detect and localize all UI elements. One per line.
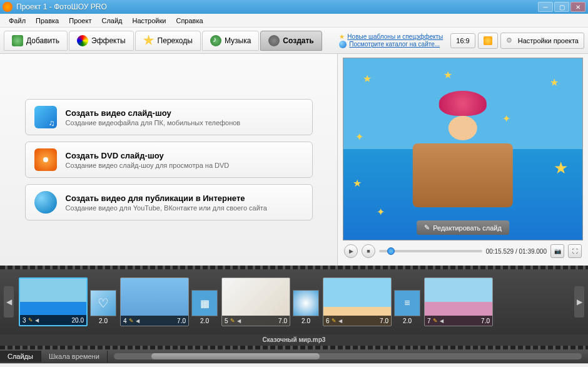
preview-suitcase-graphic xyxy=(413,143,513,207)
chevron-icon[interactable]: ◀ xyxy=(35,318,39,323)
audio-track[interactable]: Сказочный мир.mp3 xyxy=(0,334,588,346)
create-video-option[interactable]: Создать видео слайд-шоу Создание видеофа… xyxy=(25,99,313,135)
scrollbar-thumb[interactable] xyxy=(151,353,320,359)
timeline-slide-3[interactable]: 3✎◀20.0 2.0 xyxy=(19,277,116,326)
create-video-title: Создать видео слайд-шоу xyxy=(66,108,241,118)
tab-create[interactable]: Создать xyxy=(260,31,322,51)
menu-settings[interactable]: Настройки xyxy=(128,16,171,26)
transition-6[interactable]: ≡2.0 xyxy=(394,290,420,326)
minimize-button[interactable]: ─ xyxy=(538,2,553,12)
preview-panel: ★★ ★✦ ★✦ ★✦ ✎Редактировать слайд ▶ ■ 00:… xyxy=(338,54,588,266)
create-web-title: Создать видео для публикации в Интернете xyxy=(66,194,267,203)
chevron-icon[interactable]: ◀ xyxy=(237,318,241,324)
project-settings-button[interactable]: ⚙Настройки проекта xyxy=(500,33,584,49)
progress-bar[interactable] xyxy=(379,250,482,252)
chevron-icon[interactable]: ◀ xyxy=(440,318,444,324)
menu-edit[interactable]: Правка xyxy=(31,16,64,26)
pencil-icon[interactable]: ✎ xyxy=(230,318,235,324)
create-dvd-option[interactable]: Создать DVD слайд-шоу Создание видео сла… xyxy=(25,142,313,178)
create-dvd-desc: Создание видео слайд-шоу для просмотра н… xyxy=(66,162,230,169)
aspect-ratio-button[interactable]: 16:9 xyxy=(450,33,475,48)
camera-add-icon xyxy=(12,35,23,46)
tab-transitions-label: Переходы xyxy=(158,36,193,45)
menubar: Файл Правка Проект Слайд Настройки Справ… xyxy=(0,14,588,28)
timeline-tabs: Слайды Шкала времени xyxy=(0,349,588,363)
toolbar: Добавить Эффекты Переходы Музыка Создать… xyxy=(0,28,588,54)
chevron-icon[interactable]: ◀ xyxy=(338,318,342,324)
create-web-option[interactable]: Создать видео для публикации в Интернете… xyxy=(25,184,313,220)
timeline-next[interactable]: ▶ xyxy=(574,286,584,318)
fullscreen-button[interactable]: ⛶ xyxy=(568,244,582,258)
background-button[interactable] xyxy=(478,33,498,49)
gear-icon: ⚙ xyxy=(506,36,515,45)
chevron-icon[interactable]: ◀ xyxy=(136,318,139,324)
timeline-scrollbar[interactable] xyxy=(114,353,582,359)
main-area: Создать видео слайд-шоу Создание видеофа… xyxy=(0,54,588,266)
dvd-disc-icon xyxy=(34,148,57,171)
video-file-icon xyxy=(34,106,57,128)
timeline-slide-4[interactable]: 4✎◀7.0 ▦2.0 xyxy=(120,277,218,326)
timeline-prev[interactable]: ◀ xyxy=(4,286,14,318)
tab-add[interactable]: Добавить xyxy=(4,31,68,51)
pencil-icon[interactable]: ✎ xyxy=(332,318,337,324)
menu-slide[interactable]: Слайд xyxy=(96,16,127,26)
tab-music-label: Музыка xyxy=(225,36,251,45)
transition-5[interactable]: 2.0 xyxy=(293,290,319,326)
star-small-icon: ★ xyxy=(339,33,345,40)
pencil-icon[interactable]: ✎ xyxy=(433,318,438,324)
titlebar: Проект 1 - ФотоШОУ PRO ─ ▢ ✕ xyxy=(0,0,588,14)
bars-transition-icon: ≡ xyxy=(394,290,420,316)
globe-small-icon xyxy=(339,41,347,48)
sunset-icon xyxy=(484,36,492,45)
stop-button[interactable]: ■ xyxy=(362,244,375,258)
preview-viewport: ★★ ★✦ ★✦ ★✦ ✎Редактировать слайд xyxy=(343,58,583,240)
menu-project[interactable]: Проект xyxy=(64,16,96,26)
preview-person-graphic xyxy=(439,91,487,153)
maximize-button[interactable]: ▢ xyxy=(554,2,569,12)
timeline: ◀ 3✎◀20.0 2.0 4✎◀7.0 ▦2.0 5✎◀7.0 2.0 6✎◀… xyxy=(0,266,588,349)
edit-slide-button[interactable]: ✎Редактировать слайд xyxy=(417,220,509,235)
create-web-desc: Создание видео для YouTube, ВКонтакте ил… xyxy=(66,204,267,212)
transition-4[interactable]: ▦2.0 xyxy=(191,290,218,326)
tab-add-label: Добавить xyxy=(26,36,59,45)
globe-icon xyxy=(34,191,57,214)
tab-effects[interactable]: Эффекты xyxy=(69,31,134,51)
timeline-slide-6[interactable]: 6✎◀7.0 ≡2.0 xyxy=(323,277,420,326)
slides-container: 3✎◀20.0 2.0 4✎◀7.0 ▦2.0 5✎◀7.0 2.0 6✎◀7.… xyxy=(19,277,569,326)
transition-3[interactable]: 2.0 xyxy=(90,290,116,326)
palette-icon xyxy=(77,35,88,46)
film-strip-bottom xyxy=(0,346,588,349)
time-display: 00:15.529 / 01:39.000 xyxy=(486,248,547,255)
star-icon xyxy=(143,35,155,46)
grid-transition-icon: ▦ xyxy=(191,290,218,316)
window-controls: ─ ▢ ✕ xyxy=(538,2,585,12)
music-note-icon xyxy=(210,35,221,46)
statusbar: Слайд: 3 из 15 C:\Users\AMS-Elena\Deskto… xyxy=(0,363,588,367)
tab-music[interactable]: Музыка xyxy=(202,31,259,51)
menu-help[interactable]: Справка xyxy=(171,16,208,26)
timeline-slide-7[interactable]: 7✎◀7.0 xyxy=(424,277,493,326)
circle-transition-icon xyxy=(293,290,319,316)
timeline-slide-5[interactable]: 5✎◀7.0 2.0 xyxy=(221,277,319,326)
pencil-icon[interactable]: ✎ xyxy=(129,318,134,324)
promo-catalog[interactable]: Посмотрите каталог на сайте... xyxy=(339,41,443,48)
progress-knob[interactable] xyxy=(387,247,395,255)
tab-timeline-view[interactable]: Шкала времени xyxy=(41,351,108,362)
main-tabs: Добавить Эффекты Переходы Музыка Создать xyxy=(4,31,322,51)
player-controls: ▶ ■ 00:15.529 / 01:39.000 📷 ⛶ xyxy=(343,240,583,262)
app-icon xyxy=(3,2,13,12)
close-button[interactable]: ✕ xyxy=(570,2,585,12)
tab-slides-view[interactable]: Слайды xyxy=(0,351,41,362)
play-button[interactable]: ▶ xyxy=(344,244,358,258)
tab-transitions[interactable]: Переходы xyxy=(135,31,201,51)
menu-file[interactable]: Файл xyxy=(4,16,31,26)
tab-effects-label: Эффекты xyxy=(91,36,126,45)
pencil-icon[interactable]: ✎ xyxy=(28,317,33,323)
tab-create-label: Создать xyxy=(283,36,313,45)
window-title: Проект 1 - ФотоШОУ PRO xyxy=(16,3,538,11)
create-dvd-title: Создать DVD слайд-шоу xyxy=(66,151,230,160)
slides-row: ◀ 3✎◀20.0 2.0 4✎◀7.0 ▦2.0 5✎◀7.0 2.0 6✎◀… xyxy=(0,269,588,334)
promo-templates[interactable]: ★Новые шаблоны и спецэффекты xyxy=(339,33,443,40)
film-reel-icon xyxy=(268,35,280,46)
snapshot-button[interactable]: 📷 xyxy=(550,244,564,258)
